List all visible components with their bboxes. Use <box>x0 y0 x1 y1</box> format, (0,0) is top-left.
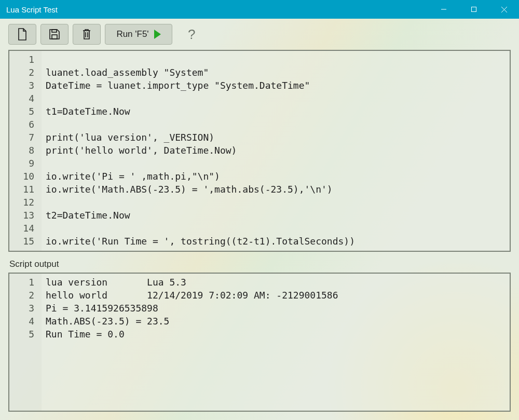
window-body: Run 'F5' ? 123456789101112131415 luanet.… <box>0 19 519 420</box>
editor-code[interactable]: luanet.load_assembly "System"DateTime = … <box>42 51 510 251</box>
line-number: 1 <box>9 53 34 66</box>
code-line: print('lua version', _VERSION) <box>46 131 510 144</box>
play-icon <box>154 30 161 39</box>
line-number: 13 <box>9 209 34 222</box>
line-number: 1 <box>9 276 34 289</box>
trash-icon <box>81 28 92 40</box>
minimize-button[interactable] <box>429 0 459 19</box>
line-number: 11 <box>9 183 34 196</box>
line-number: 3 <box>9 79 34 92</box>
line-number: 2 <box>9 289 34 302</box>
editor-gutter: 123456789101112131415 <box>9 51 42 251</box>
line-number: 2 <box>9 66 34 79</box>
code-line <box>46 157 510 170</box>
code-line: lua version Lua 5.3 <box>46 276 510 289</box>
line-number: 14 <box>9 222 34 235</box>
output-label: Script output <box>9 259 511 269</box>
line-number: 5 <box>9 328 34 341</box>
code-line: Math.ABS(-23.5) = 23.5 <box>46 315 510 328</box>
line-number: 6 <box>9 118 34 131</box>
line-number: 4 <box>9 315 34 328</box>
svg-rect-1 <box>472 7 476 12</box>
run-button[interactable]: Run 'F5' <box>105 24 172 45</box>
svg-rect-5 <box>52 30 57 32</box>
code-line: print('hello world', DateTime.Now) <box>46 144 510 157</box>
minimize-icon <box>441 6 447 12</box>
code-line: io.write('Math.ABS(-23.5) = ',math.abs(-… <box>46 183 510 196</box>
code-line <box>46 53 510 66</box>
maximize-button[interactable] <box>459 0 489 19</box>
line-number: 7 <box>9 131 34 144</box>
new-file-icon <box>17 28 28 40</box>
window-title: Lua Script Test <box>0 5 429 14</box>
output-gutter: 12345 <box>9 274 42 411</box>
close-button[interactable] <box>489 0 519 19</box>
line-number: 12 <box>9 196 34 209</box>
code-line: luanet.load_assembly "System" <box>46 66 510 79</box>
new-file-button[interactable] <box>8 24 36 45</box>
line-number: 5 <box>9 105 34 118</box>
code-line: Pi = 3.1415926535898 <box>46 302 510 315</box>
code-line <box>46 92 510 105</box>
close-icon <box>501 6 508 13</box>
code-line <box>46 222 510 235</box>
save-button[interactable] <box>40 24 69 45</box>
code-line <box>46 196 510 209</box>
output-text: lua version Lua 5.3hello world 12/14/201… <box>42 274 510 411</box>
save-icon <box>49 29 60 40</box>
code-line: io.write('Run Time = ', tostring((t2-t1)… <box>46 235 510 248</box>
help-button[interactable]: ? <box>188 28 195 41</box>
toolbar: Run 'F5' ? <box>8 22 511 50</box>
line-number: 8 <box>9 144 34 157</box>
window: Lua Script Test <box>0 0 519 420</box>
line-number: 3 <box>9 302 34 315</box>
titlebar: Lua Script Test <box>0 0 519 19</box>
code-line: hello world 12/14/2019 7:02:09 AM: -2129… <box>46 289 510 302</box>
code-line: DateTime = luanet.import_type "System.Da… <box>46 79 510 92</box>
code-line <box>46 118 510 131</box>
run-button-label: Run 'F5' <box>116 29 148 39</box>
delete-button[interactable] <box>73 24 101 45</box>
code-line: io.write('Pi = ' ,math.pi,"\n") <box>46 170 510 183</box>
code-line: t2=DateTime.Now <box>46 209 510 222</box>
window-controls <box>429 0 519 19</box>
line-number: 15 <box>9 235 34 248</box>
code-editor[interactable]: 123456789101112131415 luanet.load_assemb… <box>8 50 511 252</box>
line-number: 9 <box>9 157 34 170</box>
line-number: 10 <box>9 170 34 183</box>
output-panel: 12345 lua version Lua 5.3hello world 12/… <box>8 273 511 412</box>
svg-rect-4 <box>52 35 57 39</box>
line-number: 4 <box>9 92 34 105</box>
code-line: Run Time = 0.0 <box>46 328 510 341</box>
maximize-icon <box>471 6 477 12</box>
code-line: t1=DateTime.Now <box>46 105 510 118</box>
